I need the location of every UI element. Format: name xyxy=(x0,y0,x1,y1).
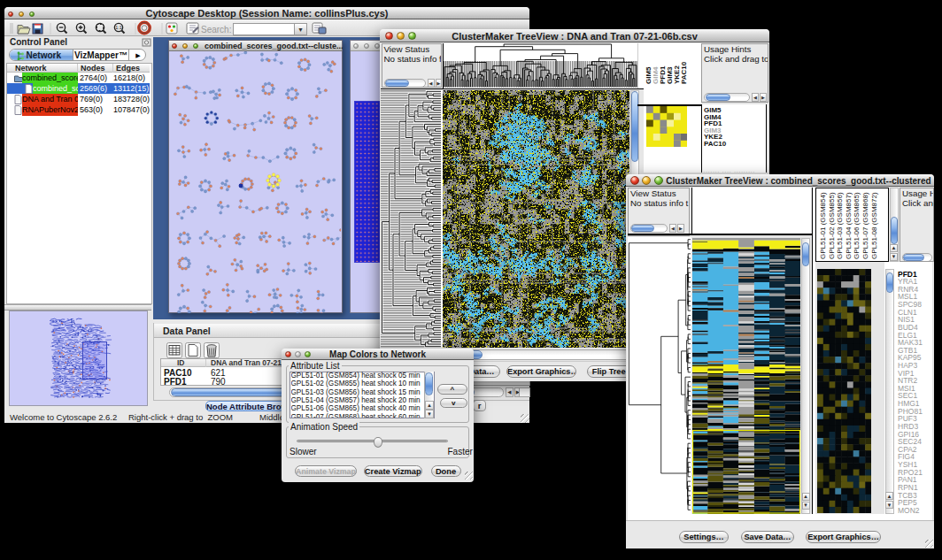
svg-text:1:1: 1:1 xyxy=(115,25,122,30)
